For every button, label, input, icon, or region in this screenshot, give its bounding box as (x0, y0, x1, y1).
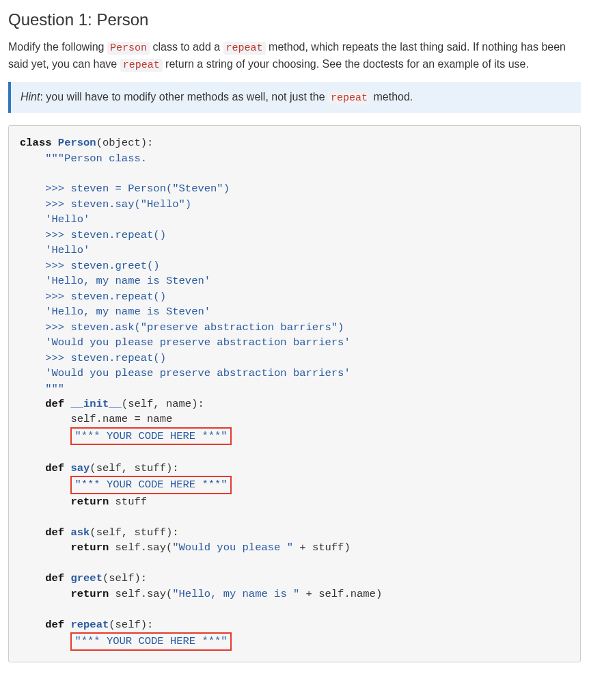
doctest: >>> steven.repeat() (20, 229, 166, 241)
indent (20, 588, 70, 600)
doctest: >>> steven = Person("Steven") (20, 183, 230, 195)
doctest: >>> steven.repeat() (20, 352, 166, 364)
placeholder-box: "*** YOUR CODE HERE ***" (70, 476, 231, 494)
fn-args: (self): (109, 619, 153, 631)
string-literal: "Hello, my name is " (172, 588, 299, 600)
ret-post: + stuff) (293, 541, 351, 554)
indent (20, 541, 70, 554)
init-body: self.name = name (20, 413, 172, 425)
kw-def: def (45, 462, 64, 474)
indent (20, 496, 70, 508)
ret-pre: self.say( (109, 541, 172, 554)
fn-args: (self, stuff): (90, 526, 178, 539)
ret-body: stuff (109, 496, 147, 508)
ret-pre: self.say( (109, 588, 172, 600)
doctest: >>> steven.repeat() (20, 291, 166, 303)
kw-return: return (70, 588, 109, 600)
string-literal: "Would you please " (172, 541, 293, 554)
intro-text: Modify the following (8, 41, 107, 53)
kw-def: def (45, 619, 64, 631)
class-args: (object): (96, 137, 154, 149)
docstring: """Person class. (20, 152, 147, 165)
fn-repeat: repeat (70, 619, 109, 631)
question-heading: Question 1: Person (8, 8, 581, 32)
kw-return: return (70, 541, 109, 554)
doctest: >>> steven.ask("preserve abstraction bar… (20, 321, 344, 334)
placeholder-box: "*** YOUR CODE HERE ***" (70, 632, 231, 650)
doctest: 'Would you please preserve abstraction b… (20, 336, 351, 349)
placeholder-box: "*** YOUR CODE HERE ***" (70, 427, 231, 445)
fn-greet: greet (70, 572, 102, 584)
hint-text: : you will have to modify other methods … (40, 91, 328, 103)
doctest: 'Would you please preserve abstraction b… (20, 367, 351, 379)
doctest: 'Hello, my name is Steven' (20, 275, 210, 287)
intro-text: class to add a (150, 41, 223, 53)
class-name: Person (58, 137, 96, 149)
indent (20, 479, 70, 491)
doctest: >>> steven.greet() (20, 260, 160, 272)
ret-post: + self.name) (299, 588, 382, 600)
indent (20, 635, 70, 647)
code-person: Person (107, 42, 150, 55)
code-repeat: repeat (223, 42, 266, 55)
doctest: 'Hello' (20, 213, 90, 226)
intro-paragraph: Modify the following Person class to add… (8, 39, 581, 73)
code-block: class Person(object): """Person class. >… (8, 125, 581, 662)
hint-text: method. (370, 91, 413, 103)
indent (20, 430, 70, 442)
hint-label: Hint (20, 91, 40, 103)
intro-text: return a string of your choosing. See th… (163, 58, 529, 70)
kw-def: def (45, 572, 64, 584)
doctest: 'Hello, my name is Steven' (20, 306, 210, 318)
fn-ask: ask (70, 526, 90, 539)
fn-args: (self, stuff): (90, 462, 178, 474)
hint-box: Hint: you will have to modify other meth… (8, 82, 581, 113)
code-repeat: repeat (120, 59, 163, 72)
code-repeat: repeat (328, 92, 370, 105)
docstring-end: """ (20, 383, 64, 395)
kw-return: return (70, 496, 109, 508)
kw-def: def (45, 398, 64, 410)
kw-class: class (20, 137, 52, 149)
kw-def: def (45, 526, 64, 539)
doctest: >>> steven.say("Hello") (20, 198, 191, 211)
fn-args: (self): (102, 572, 147, 584)
fn-args: (self, name): (122, 398, 204, 410)
doctest: 'Hello' (20, 244, 90, 256)
fn-say: say (70, 462, 90, 474)
fn-init: __init__ (70, 398, 121, 410)
